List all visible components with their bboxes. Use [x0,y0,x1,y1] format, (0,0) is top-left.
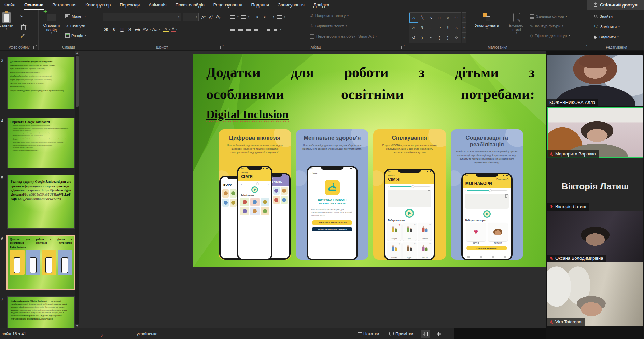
participant-tile-5[interactable]: Vira Tatargan [547,262,643,326]
shape-option[interactable]: ⌐ [426,23,435,32]
shape-gallery[interactable]: A╲↘□○▭△↯⌐⇒⇓⌂↺)~{}☆ [409,12,461,43]
bold-button[interactable]: Ж [102,27,110,32]
reset-button[interactable]: ↺Скинути [65,22,85,30]
menu-tab-Подання[interactable]: Подання [247,0,274,10]
copy-button[interactable]: ▾ [20,22,27,30]
participant-tile-4[interactable]: Оксана Володимирівна [547,211,643,262]
shape-option[interactable]: ~ [426,33,435,43]
spellcheck-button[interactable] [98,328,102,339]
layout-button[interactable]: Макет▾ [65,12,86,21]
font-name-combo[interactable]: ▾ [103,13,181,21]
italic-button[interactable]: К [110,27,118,32]
drawing-dialog-launcher[interactable] [584,46,587,49]
scroll-up-icon[interactable]: ▲ [75,51,79,55]
font-color-button[interactable]: А [171,27,176,32]
text-shadow-button[interactable]: S [126,27,134,32]
normal-view-button[interactable] [421,330,430,338]
align-right-icon[interactable] [246,28,251,31]
group-label-drawing: Малювання [406,45,589,49]
shape-option[interactable]: ↺ [409,33,418,43]
language-button[interactable]: українська [137,328,157,339]
strikethrough-button[interactable]: ab [134,27,141,32]
line-spacing-icon[interactable]: ↕ [272,15,275,19]
shrink-font-button[interactable]: A˅ [209,15,213,19]
shape-option[interactable]: ⇒ [435,23,444,32]
participant-tile-1[interactable]: КОЖЕВНИКОВА Алла [547,55,643,106]
underline-button[interactable]: П [118,27,126,32]
bullets-icon[interactable] [230,15,235,19]
format-painter-button[interactable] [20,31,25,40]
shape-option[interactable]: ○ [444,13,452,23]
section-button[interactable]: Розділ▾ [65,31,86,40]
highlight-button[interactable]: ✎ [163,27,169,32]
menu-tab-Показ слайдів[interactable]: Показ слайдів [171,0,209,10]
arrange-button[interactable]: Упорядкувати ▾ [470,12,504,38]
share-button[interactable]: Спільний доступ [587,0,644,10]
thumbnail-slide-17[interactable]: Цифрова інклюзія (Digital Inclusion) — ц… [8,297,74,328]
menu-tab-Рецензування[interactable]: Рецензування [209,0,247,10]
shape-option[interactable]: } [444,33,452,43]
cut-button[interactable]: ✂ [20,12,24,21]
align-justify-icon[interactable] [254,28,258,31]
columns-icon[interactable] [267,28,270,31]
shape-option[interactable]: △ [409,23,418,32]
slide-title[interactable]: Додатки для роботи з дітьми з особливими… [206,62,535,105]
slide-sorter-view-button[interactable] [434,330,443,338]
notes-button[interactable]: Нотатки [358,328,379,339]
slide-subtitle[interactable]: Digital Inclusion [206,108,289,121]
thumb17-text: — це перший українськомовний безкоштовни… [11,300,67,320]
shape-option[interactable]: ☆ [452,33,461,43]
shape-option[interactable]: ) [418,33,426,43]
menu-tab-Записування[interactable]: Записування [274,0,309,10]
thumbnail-slide-15[interactable]: Розгляд додатку Google Jamboard для ство… [8,175,74,228]
paste-button[interactable]: ставити ▾ [0,12,16,38]
numbering-icon[interactable] [241,15,246,19]
shape-option[interactable]: ⌂ [452,23,461,32]
clear-formatting-button[interactable]: A◊ [216,14,221,19]
thumbnail-slide-13[interactable]: Для наповнення слайдів доступні такі інс… [8,57,74,109]
shape-gallery-scroll[interactable]: ▴▾⊽ [462,12,466,43]
change-case-button[interactable]: Aa [151,27,159,32]
app-cards-image[interactable]: Цифрова інклюзія Наш мобільний додаток є… [219,129,523,260]
thumbnail-slide-16-selected[interactable]: Додатки для роботи з дітьми з особливими… [8,236,74,289]
shape-option[interactable]: A [409,13,418,23]
app-picture-cell [240,198,249,206]
slide-canvas[interactable]: Додатки для роботи з дітьми з особливими… [193,54,547,267]
menu-tab-Конструктор[interactable]: Конструктор [81,0,115,10]
decrease-indent-icon[interactable]: ⇤ [256,15,260,19]
menu-tab-Переходи[interactable]: Переходи [115,0,144,10]
replace-button[interactable]: bc Замінити▾ [594,23,620,31]
kerning-button[interactable]: AV [142,27,149,32]
participant-tile-3[interactable]: Вікторія Латиш Вікторія Латиш [547,158,643,211]
cut-icon: ✂ [20,14,24,19]
thumbnail-scrollbar[interactable]: ▲ ▼ [75,51,79,328]
menu-tab-Анімація[interactable]: Анімація [144,0,171,10]
thumbnail-slide-14[interactable]: Переваги Google Jamboard фокусуєте увагу… [8,118,74,168]
shape-option[interactable]: ▭ [452,13,461,23]
shape-option[interactable]: ↯ [418,23,426,32]
menu-tab-Файл[interactable]: Файл [0,0,20,10]
select-button[interactable]: Виділити▾ [594,33,619,41]
shape-option[interactable]: ⇓ [444,23,452,32]
group-editing: Знайти bc Замінити▾ Виділити▾ Редагуванн… [589,10,644,50]
scroll-down-icon[interactable]: ▼ [75,324,79,328]
shape-option[interactable]: ↘ [426,13,435,23]
align-center-icon[interactable] [238,28,243,31]
shape-option[interactable]: □ [435,13,444,23]
clipboard-dialog-launcher[interactable] [33,46,37,49]
font-size-combo[interactable]: ▾ [183,13,199,21]
shape-option[interactable]: ╲ [418,13,426,23]
find-button[interactable]: Знайти [594,12,613,21]
increase-indent-icon[interactable]: ⇥ [262,15,266,19]
menu-tab-Вставлення[interactable]: Вставлення [48,0,81,10]
align-left-icon[interactable] [230,28,235,31]
font-dialog-launcher[interactable] [220,46,223,49]
shape-option[interactable]: { [435,33,444,43]
new-slide-button[interactable]: Створити слайд ▾ [41,12,62,38]
participant-tile-2[interactable]: Маргарита Воровка [547,107,643,158]
menu-tab-Довідка[interactable]: Довідка [309,0,334,10]
paragraph-dialog-launcher[interactable] [401,46,404,49]
grow-font-button[interactable]: A˄ [201,15,206,19]
comments-button[interactable]: Примітки [389,328,413,339]
group-clipboard: ставити ▾ ✂ ▾ уфер обміну [0,10,39,50]
